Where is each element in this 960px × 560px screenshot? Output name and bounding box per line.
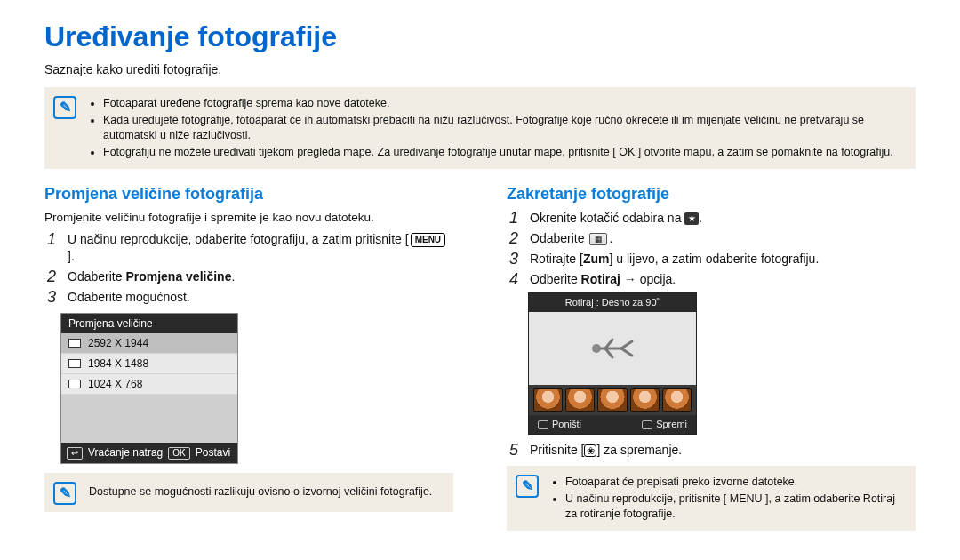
rotate-thumbnail [630, 388, 660, 412]
page-title: Uređivanje fotografije [44, 18, 916, 56]
step-text: ]. [68, 249, 75, 263]
resize-menu-header: Promjena veličine [61, 314, 237, 333]
resize-menu-footer: ↩ Vraćanje natrag OK Postavi [61, 443, 237, 462]
right-step-3: 3 Rotirajte [Zum] u lijevo, a zatim odab… [507, 251, 916, 268]
right-column: Zakretanje fotografije 1 Okrenite kotači… [507, 181, 916, 543]
rotate-screenshot: Rotiraj : Desno za 90˚ [528, 292, 697, 435]
top-note-item: Kada uređujete fotografije, fotoaparat ć… [103, 113, 907, 143]
step-number: 2 [507, 230, 521, 246]
rotate-canvas [529, 312, 696, 385]
right-step-1: 1 Okrenite kotačić odabira na ★. [507, 210, 916, 227]
right-bottom-note: ✎ Fotoaparat će prepisati preko izvorne … [507, 466, 916, 531]
step-number: 3 [44, 289, 59, 305]
right-step-2: 2 Odaberite ▦. [507, 230, 916, 247]
right-bottom-note-item: U načinu reprodukcije, pritisnite [ MENU… [565, 492, 907, 522]
left-step-3: 3 Odaberite mogućnost. [44, 289, 453, 306]
right-bottom-note-list: Fotoaparat će prepisati preko izvorne da… [551, 473, 907, 524]
edit-icon: ▦ [589, 233, 607, 245]
size-icon [68, 359, 81, 368]
ok-icon: OK [168, 447, 189, 460]
step-bold: Rotiraj [581, 272, 620, 286]
step-number: 2 [44, 268, 59, 284]
rotate-thumbnails [529, 385, 696, 415]
right-bottom-note-item: Fotoaparat će prepisati preko izvorne da… [565, 475, 907, 490]
step-text: Okrenite kotačić odabira na [530, 211, 684, 225]
step-bold: Promjena veličine [125, 269, 231, 284]
step-text: Rotirajte [ [530, 252, 583, 266]
menu-button-glyph: MENU [411, 233, 445, 247]
left-desc: Promjenite veličinu fotografije i spremi… [44, 210, 453, 226]
top-note-item: Fotografiju ne možete uređivati tijekom … [103, 145, 907, 160]
rotate-thumbnail [533, 388, 563, 412]
right-step-4: 4 Odberite Rotiraj → opcija. [507, 271, 916, 288]
resize-option: 1024 X 768 [61, 374, 237, 395]
step-text: ] u lijevo, a zatim odaberite fotografij… [609, 252, 819, 266]
step-number: 4 [507, 271, 521, 287]
left-heading: Promjena veličine fotografija [44, 183, 453, 204]
resize-option-label: 2592 X 1944 [88, 336, 148, 350]
rotate-thumbnail [565, 388, 595, 412]
left-column: Promjena veličine fotografija Promjenite… [44, 181, 453, 543]
left-step-2: 2 Odaberite Promjena veličine. [44, 268, 453, 285]
info-icon: ✎ [516, 475, 539, 498]
back-icon: ↩ [67, 447, 83, 460]
left-bottom-note-text: Dostupne se mogućnosti razlikuju ovisno … [89, 484, 432, 500]
left-step-1: 1 U načinu reprodukcije, odaberite fotog… [44, 231, 453, 265]
save-label: Spremi [656, 418, 687, 431]
mode-dial-icon: ★ [684, 212, 699, 225]
step-text: U načinu reprodukcije, odaberite fotogra… [68, 232, 409, 246]
resize-option: 1984 X 1488 [61, 354, 237, 374]
right-heading: Zakretanje fotografije [507, 183, 916, 204]
svg-line-4 [621, 341, 632, 348]
macro-down-icon: ❀ [584, 444, 596, 457]
page-subtitle: Saznajte kako urediti fotografije. [44, 61, 916, 78]
back-label: Vraćanje natrag [88, 445, 163, 460]
step-number: 3 [507, 251, 521, 267]
step-text: Odberite [530, 272, 581, 286]
step-bold: Zum [583, 252, 610, 266]
back-icon [538, 420, 548, 429]
resize-menu-screenshot: Promjena veličine 2592 X 1944 1984 X 148… [60, 313, 238, 464]
resize-option-label: 1984 X 1488 [88, 356, 148, 371]
step-text: ] za spremanje. [596, 443, 682, 457]
top-note-box: ✎ Fotoaparat uređene fotografije sprema … [44, 87, 916, 169]
step-text: Odaberite [530, 231, 588, 245]
svg-line-5 [621, 348, 632, 356]
right-step-5: 5 Pritisnite [❀] za spremanje. [507, 442, 916, 459]
step-number: 1 [44, 231, 59, 247]
step-text: Odaberite mogućnost. [68, 289, 453, 306]
resize-option: 2592 X 1944 [61, 333, 237, 354]
top-note-list: Fotoaparat uređene fotografije sprema ka… [89, 94, 907, 162]
step-text: Pritisnite [ [530, 443, 584, 457]
resize-option-label: 1024 X 768 [88, 377, 142, 391]
step-text: Odaberite [68, 269, 125, 284]
left-bottom-note: ✎ Dostupne se mogućnosti razlikuju ovisn… [44, 473, 453, 512]
set-label: Postavi [196, 445, 230, 460]
save-icon [642, 420, 652, 429]
rotated-figure-icon [588, 331, 637, 366]
step-text: . [231, 269, 235, 284]
size-icon [68, 380, 81, 388]
step-text: → opcija. [620, 272, 676, 286]
rotate-footer: Poništi Spremi [529, 415, 696, 434]
rotate-thumbnail [662, 388, 692, 412]
rotate-header: Rotiraj : Desno za 90˚ [529, 293, 696, 312]
top-note-item: Fotoaparat uređene fotografije sprema ka… [103, 96, 907, 111]
step-number: 5 [507, 442, 521, 458]
info-icon: ✎ [53, 96, 76, 119]
rotate-thumbnail [597, 388, 627, 412]
info-icon: ✎ [53, 482, 76, 505]
step-number: 1 [507, 210, 521, 226]
cancel-label: Poništi [552, 418, 581, 431]
size-icon [68, 339, 81, 348]
